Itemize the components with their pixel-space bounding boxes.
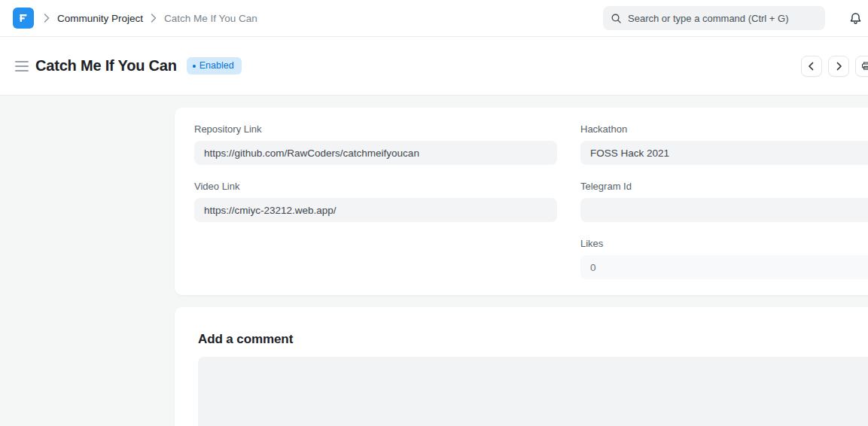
telegram-id-label: Telegram Id: [580, 181, 868, 193]
chevron-right-icon: [44, 14, 50, 23]
field-likes: Likes: [580, 238, 868, 279]
field-hackathon: Hackathon: [580, 123, 868, 165]
breadcrumb-item-current[interactable]: Catch Me If You Can: [164, 13, 257, 24]
bell-icon: [848, 11, 863, 26]
form-column-right: Hackathon Telegram Id Likes: [580, 123, 868, 279]
status-badge: Enabled: [187, 57, 242, 75]
frappe-f-glyph: [17, 11, 30, 25]
printer-icon: [860, 60, 868, 72]
breadcrumb-item-community-project[interactable]: Community Project: [57, 13, 143, 24]
video-link-input[interactable]: [194, 198, 557, 222]
comment-section-title: Add a comment: [198, 332, 868, 347]
print-button[interactable]: [855, 56, 868, 77]
chevron-right-icon: [151, 14, 157, 23]
page-header: Catch Me If You Can Enabled: [0, 37, 868, 96]
global-search[interactable]: [603, 6, 825, 30]
status-dot-icon: [193, 65, 196, 68]
field-video-link: Video Link: [194, 181, 557, 222]
field-telegram-id: Telegram Id: [580, 181, 868, 222]
telegram-id-input[interactable]: [580, 198, 868, 222]
repository-link-label: Repository Link: [194, 123, 557, 135]
menu-icon: [15, 61, 29, 62]
header-actions: [801, 56, 868, 77]
search-input[interactable]: [628, 13, 818, 24]
hackathon-input[interactable]: [580, 141, 868, 165]
page-title: Catch Me If You Can: [35, 57, 177, 75]
top-navbar: Community Project Catch Me If You Can: [0, 0, 868, 37]
frappe-logo-icon[interactable]: [13, 8, 34, 29]
video-link-label: Video Link: [194, 181, 557, 193]
page-body: Repository Link Video Link Hackathon Tel: [0, 96, 868, 426]
chevron-right-icon: [834, 62, 843, 71]
comment-card: Add a comment: [175, 307, 868, 426]
sidebar-toggle-button[interactable]: [15, 61, 29, 72]
likes-value: [580, 255, 868, 279]
hackathon-label: Hackathon: [580, 123, 868, 135]
comment-input[interactable]: [198, 357, 868, 426]
form-grid: Repository Link Video Link Hackathon Tel: [194, 123, 868, 279]
details-form-card: Repository Link Video Link Hackathon Tel: [175, 108, 868, 295]
breadcrumb: Community Project Catch Me If You Can: [44, 13, 257, 24]
field-repository-link: Repository Link: [194, 123, 557, 165]
app-window: Community Project Catch Me If You Can: [0, 0, 868, 426]
next-record-button[interactable]: [828, 56, 849, 77]
search-icon: [611, 13, 622, 24]
notifications-button[interactable]: [848, 11, 863, 26]
chevron-left-icon: [807, 62, 816, 71]
likes-label: Likes: [580, 238, 868, 250]
form-column-left: Repository Link Video Link: [194, 123, 557, 279]
repository-link-input[interactable]: [194, 141, 557, 165]
prev-record-button[interactable]: [801, 56, 822, 77]
status-badge-label: Enabled: [199, 61, 234, 71]
